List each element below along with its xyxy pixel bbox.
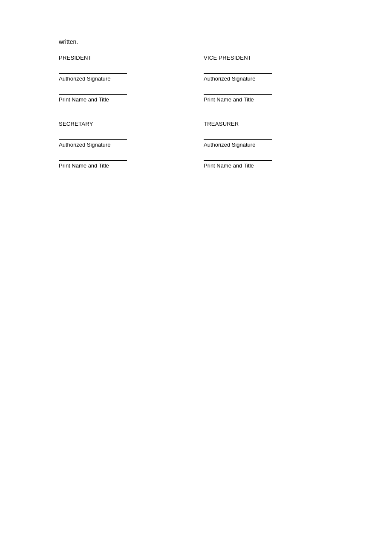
secretary-name-line	[59, 155, 127, 161]
vice-president-name-block: Print Name and Title	[204, 89, 297, 103]
secretary-sig-block: Authorized Signature	[59, 134, 153, 155]
vice-president-name-line	[204, 89, 272, 95]
written-label: written.	[59, 38, 78, 45]
treasurer-name-line	[204, 155, 272, 161]
treasurer-name-block: Print Name and Title	[204, 155, 297, 169]
vice-president-print-name-label: Print Name and Title	[204, 96, 297, 103]
vice-president-role-label: VICE PRESIDENT	[204, 54, 297, 61]
role-row-2: SECRETARY TREASURER	[59, 120, 392, 134]
president-name-block: Print Name and Title	[59, 89, 153, 103]
sig-row-1: Authorized Signature Authorized Signatur…	[59, 68, 392, 89]
role-row-1: PRESIDENT VICE PRESIDENT	[59, 54, 392, 68]
treasurer-print-name-label: Print Name and Title	[204, 162, 297, 169]
secretary-name-block: Print Name and Title	[59, 155, 153, 169]
treasurer-sig-line	[204, 134, 272, 140]
president-sig-line	[59, 68, 127, 74]
treasurer-auth-sig-label: Authorized Signature	[204, 142, 297, 148]
president-sig-block: Authorized Signature	[59, 68, 153, 89]
president-print-name-label: Print Name and Title	[59, 96, 153, 103]
written-text: written.	[59, 38, 392, 45]
secretary-sig-line	[59, 134, 127, 140]
secretary-role-label: SECRETARY	[59, 120, 153, 127]
secretary-auth-sig-label: Authorized Signature	[59, 142, 153, 148]
name-row-1: Print Name and Title Print Name and Titl…	[59, 89, 392, 103]
page-content: written. PRESIDENT VICE PRESIDENT Author…	[0, 0, 392, 169]
secretary-print-name-label: Print Name and Title	[59, 162, 153, 169]
name-row-2: Print Name and Title Print Name and Titl…	[59, 155, 392, 169]
vice-president-sig-block: Authorized Signature	[204, 68, 297, 89]
vice-president-sig-line	[204, 68, 272, 74]
vice-president-auth-sig-label: Authorized Signature	[204, 75, 297, 82]
president-auth-sig-label: Authorized Signature	[59, 75, 153, 82]
president-name-line	[59, 89, 127, 95]
president-role-label: PRESIDENT	[59, 54, 153, 61]
treasurer-sig-block: Authorized Signature	[204, 134, 297, 155]
treasurer-role-label: TREASURER	[204, 120, 297, 127]
sig-row-2: Authorized Signature Authorized Signatur…	[59, 134, 392, 155]
